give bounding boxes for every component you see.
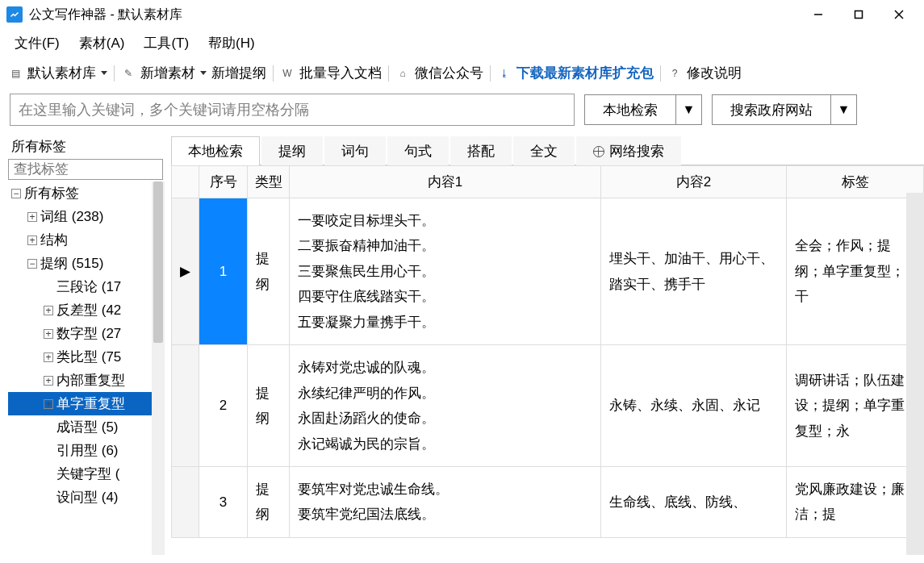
tab-web[interactable]: 网络搜索 [576,136,681,165]
toolbar-default-library-label: 默认素材库 [27,64,96,82]
window-title: 公文写作神器 - 默认素材库 [29,6,182,23]
minimize-button[interactable] [800,2,837,27]
toolbar-add-material[interactable]: 新增素材 [140,64,207,82]
sidebar: 所有标签 −所有标签 +词组 (238) +结构 −提纲 (515) 三段论 (… [0,136,165,555]
tab-collocation[interactable]: 搭配 [450,136,512,165]
tab-fulltext[interactable]: 全文 [513,136,575,165]
tree-node-shuzi[interactable]: +数字型 (27 [8,322,165,345]
svg-rect-1 [855,11,863,19]
row-c2: 生命线、底线、防线、 [601,466,787,537]
row-c2: 埋头干、加油干、用心干、踏实干、携手干 [601,198,787,345]
gov-search-label: 搜索政府网站 [713,95,830,124]
toolbar-default-library[interactable]: 默认素材库 [27,64,107,82]
collapse-icon[interactable]: − [27,259,37,269]
row-marker: ▶ [172,198,199,345]
row-c1: 要筑牢对党忠诚生命线。 要筑牢党纪国法底线。 [290,466,601,537]
toolbar: ▤ 默认素材库 ✎ 新增素材 新增提纲 W 批量导入文档 ⌂ 微信公众号 ⭳ 下… [0,60,924,89]
app-icon [6,6,23,23]
maximize-button[interactable] [840,2,877,27]
toolbar-changelog[interactable]: 修改说明 [687,64,742,82]
add-icon: ✎ [121,66,136,81]
expand-icon[interactable]: + [44,399,53,409]
tree-scrollbar[interactable] [152,181,165,555]
expand-icon[interactable]: + [44,376,53,386]
tab-sentence[interactable]: 词句 [324,136,386,165]
search-input[interactable] [10,94,575,126]
menu-help[interactable]: 帮助(H) [208,34,255,52]
row-seq: 3 [199,466,248,537]
chevron-down-icon [101,71,107,75]
row-marker [172,466,199,537]
help-icon: ? [667,66,682,81]
expand-icon[interactable]: + [27,212,37,222]
scrollbar-thumb[interactable] [153,181,163,343]
row-c1: 一要咬定目标埋头干。 二要振奋精神加油干。 三要聚焦民生用心干。 四要守住底线踏… [290,198,601,345]
tab-pattern[interactable]: 句式 [387,136,449,165]
expand-icon[interactable]: + [27,236,37,245]
row-marker [172,345,199,467]
row-seq: 1 [199,198,248,345]
chevron-down-icon [200,71,207,75]
menu-file[interactable]: 文件(F) [15,34,60,52]
chevron-down-icon[interactable]: ▼ [675,95,701,124]
toolbar-add-material-label: 新增素材 [140,64,195,82]
toolbar-download-pack[interactable]: 下载最新素材库扩充包 [516,64,654,82]
row-type: 提纲 [248,198,290,345]
tree-node-leibi[interactable]: +类比型 (75 [8,345,165,369]
tree-node-yinyong[interactable]: 引用型 (6) [8,439,165,462]
tree-root[interactable]: −所有标签 [8,181,165,205]
close-button[interactable] [880,2,918,27]
tag-tree: −所有标签 +词组 (238) +结构 −提纲 (515) 三段论 (17 +反… [8,181,165,555]
tree-node-guanjian[interactable]: 关键字型 ( [8,462,165,486]
collapse-icon[interactable]: − [11,189,21,198]
tree-node-neibu[interactable]: +内部重复型 [8,369,165,392]
col-content2[interactable]: 内容2 [601,166,787,198]
download-icon: ⭳ [497,66,512,81]
toolbar-wechat[interactable]: 微信公众号 [415,64,483,82]
expand-icon[interactable]: + [44,352,53,362]
table-scrollbar[interactable] [906,193,924,555]
toolbar-batch-import[interactable]: 批量导入文档 [299,64,382,82]
tab-outline[interactable]: 提纲 [261,136,323,165]
row-c1: 永铸对党忠诚的队魂。 永续纪律严明的作风。 永固赴汤蹈火的使命。 永记竭诚为民的… [290,345,601,467]
col-content1[interactable]: 内容1 [290,166,601,198]
tree-node-ci[interactable]: +词组 (238) [8,205,165,228]
home-icon: ⌂ [395,66,410,81]
expand-icon[interactable]: + [44,329,53,339]
tree-node-fancha[interactable]: +反差型 (42 [8,298,165,322]
tab-local[interactable]: 本地检索 [171,136,260,165]
table-row[interactable]: ▶ 1 提纲 一要咬定目标埋头干。 二要振奋精神加油干。 三要聚焦民生用心干。 … [172,198,924,345]
search-row: 本地检索 ▼ 搜索政府网站 ▼ [0,89,924,136]
globe-icon [593,146,604,157]
expand-icon[interactable]: + [44,306,53,315]
local-search-label: 本地检索 [585,95,675,124]
tag-search-input[interactable] [8,159,163,180]
local-search-button[interactable]: 本地检索 ▼ [584,94,702,125]
table-row[interactable]: 3 提纲 要筑牢对党忠诚生命线。 要筑牢党纪国法底线。 生命线、底线、防线、 党… [172,466,924,537]
table-row[interactable]: 2 提纲 永铸对党忠诚的队魂。 永续纪律严明的作风。 永固赴汤蹈火的使命。 永记… [172,345,924,467]
tree-node-sanduan[interactable]: 三段论 (17 [8,275,165,298]
col-seq[interactable]: 序号 [199,166,248,198]
tree-node-tigang[interactable]: −提纲 (515) [8,252,165,275]
menu-tool[interactable]: 工具(T) [144,34,189,52]
tree-node-shewen[interactable]: 设问型 (4) [8,486,165,509]
library-icon: ▤ [8,66,23,81]
sidebar-title: 所有标签 [8,136,165,157]
results-table: 序号 类型 内容1 内容2 标签 ▶ 1 提纲 一要咬定目标埋头干。 二要振奋精… [171,165,924,538]
tree-node-danzi[interactable]: +单字重复型 [8,392,165,415]
col-type[interactable]: 类型 [248,166,290,198]
content-area: 本地检索 提纲 词句 句式 搭配 全文 网络搜索 序号 类型 内容1 内容2 标… [171,136,924,555]
tree-node-struct[interactable]: +结构 [8,228,165,252]
toolbar-add-outline[interactable]: 新增提纲 [211,64,266,82]
table-wrap: 序号 类型 内容1 内容2 标签 ▶ 1 提纲 一要咬定目标埋头干。 二要振奋精… [171,165,924,555]
row-type: 提纲 [248,345,290,467]
row-tag: 调研讲话；队伍建设；提纲；单字重复型；永 [787,345,924,467]
col-tag[interactable]: 标签 [787,166,924,198]
gov-search-button[interactable]: 搜索政府网站 ▼ [712,94,857,125]
col-marker[interactable] [172,166,199,198]
menu-material[interactable]: 素材(A) [79,34,125,52]
row-seq: 2 [199,345,248,467]
tree-node-chengyu[interactable]: 成语型 (5) [8,415,165,439]
tabs: 本地检索 提纲 词句 句式 搭配 全文 网络搜索 [171,136,924,165]
chevron-down-icon[interactable]: ▼ [830,95,856,124]
